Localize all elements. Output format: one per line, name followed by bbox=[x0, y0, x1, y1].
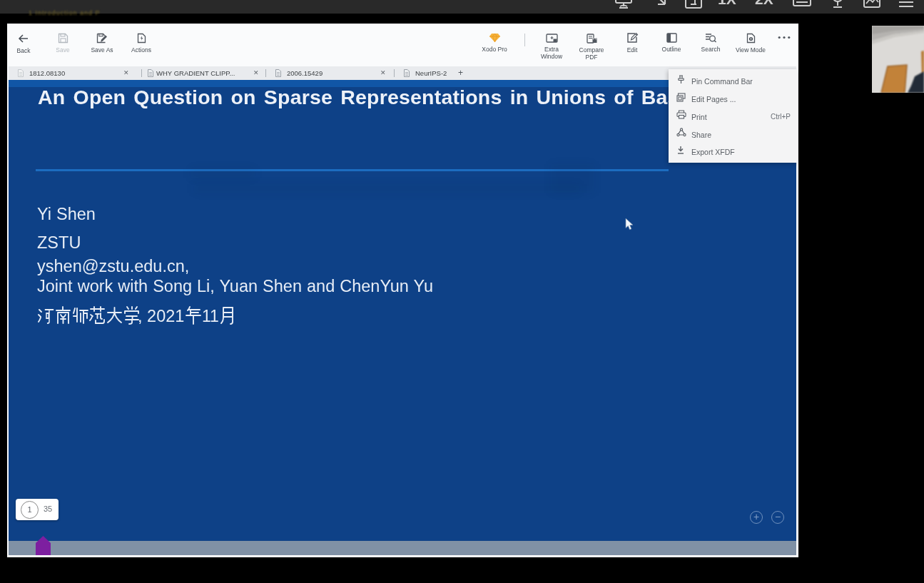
svg-text:, 2021: , 2021 bbox=[138, 307, 184, 325]
svg-text:11: 11 bbox=[202, 307, 219, 325]
